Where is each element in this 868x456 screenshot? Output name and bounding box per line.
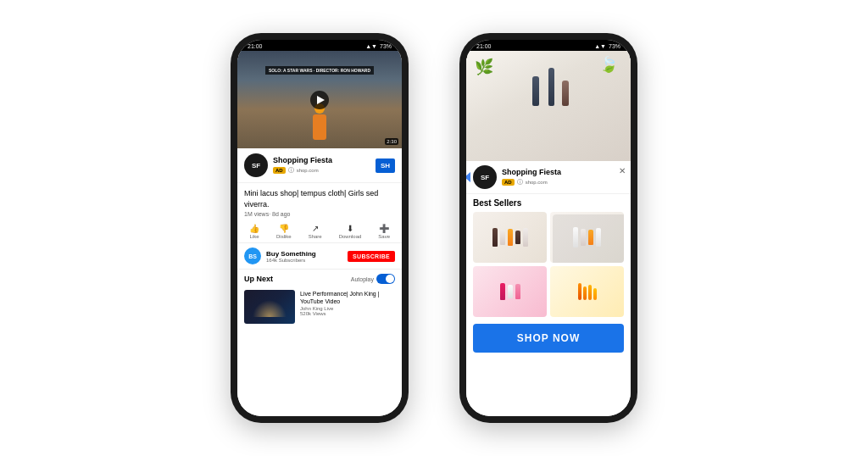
shopping-ad-card: SF Shopping Fiesta AD ⓘ shop.com ✕	[466, 161, 631, 194]
autoplay-container: Autoplay	[351, 274, 395, 284]
phone2-content: 🌿 🍃 SF Shopping Fiesta	[466, 51, 631, 416]
ad-info-icon-1: ⓘ	[288, 166, 294, 175]
save-label: Save	[378, 234, 390, 239]
channel-avatar: BS	[244, 247, 261, 264]
best-sellers-title: Best Sellers	[473, 198, 624, 208]
autoplay-label: Autoplay	[351, 276, 374, 282]
video-title: Mini lacus shop| tempus cloth| Girls sed…	[244, 188, 395, 209]
shop-now-button[interactable]: SHOP NOW	[473, 324, 624, 353]
up-next-label: Up Next	[244, 275, 273, 283]
brush-2	[583, 286, 587, 300]
bottle-dark-1	[492, 228, 498, 247]
status-right-1: ▲▼ 73%	[365, 43, 392, 49]
next-video-title: Live Performance| John King | YouTube Vi…	[300, 290, 395, 305]
next-video-item[interactable]: Live Performance| John King | YouTube Vi…	[237, 286, 402, 327]
status-signal-2: ▲▼	[594, 43, 606, 49]
arrow-left-icon	[466, 172, 470, 182]
brush-3	[588, 285, 592, 300]
phone-notch-1	[303, 40, 337, 47]
status-time-2: 21:00	[476, 43, 492, 49]
share-label: Share	[309, 234, 322, 239]
phone-2-screen: 21:00 ▲▼ 73% 🌿 🍃	[466, 40, 631, 416]
bottle-white-3	[508, 285, 513, 298]
hero-leaf-1: 🌿	[475, 58, 493, 76]
status-bar-1: 21:00 ▲▼ 73%	[237, 40, 402, 51]
bottle-cream-1	[500, 230, 505, 245]
brand-avatar-2: SF	[473, 165, 497, 189]
bottle-cream-3	[581, 229, 586, 246]
brush-4	[593, 288, 597, 300]
person-figure	[313, 114, 326, 140]
next-video-info: Live Performance| John King | YouTube Vi…	[300, 290, 395, 324]
skip-button-1[interactable]: SH	[376, 158, 395, 173]
phone-1-screen: 21:00 ▲▼ 73% SOLO: A STAR WARS · DIRECTO…	[237, 40, 402, 416]
product-grid	[473, 212, 624, 317]
video-description: Mini lacus shop| tempus cloth| Girls sed…	[237, 183, 402, 220]
play-icon	[317, 96, 325, 104]
status-battery-1: 73%	[380, 43, 392, 49]
brush-1	[578, 283, 581, 300]
bottle-white-2	[596, 228, 601, 247]
ad-badges-2: AD ⓘ shop.com	[502, 178, 624, 186]
product-bottles-2	[550, 212, 624, 263]
like-icon: 👍	[249, 224, 259, 233]
product-bottles-4	[550, 266, 624, 317]
ad-badge-1: AD	[273, 167, 286, 174]
ad-info-1: Shopping Fiesta AD ⓘ shop.com	[273, 156, 370, 175]
save-icon: ➕	[379, 224, 389, 233]
video-duration: 2:30	[385, 138, 398, 145]
hero-bottle-1	[532, 76, 539, 106]
product-cell-3[interactable]	[473, 266, 547, 317]
bottle-gold-2	[588, 230, 593, 245]
action-buttons: 👍 Like 👎 Dislike ↗ Share ⬇ Download	[237, 220, 402, 243]
phone1-content: SOLO: A STAR WARS · DIRECTOR: RON HOWARD…	[237, 51, 402, 416]
autoplay-toggle[interactable]	[376, 274, 395, 284]
channel-info: Buy Something 164k Subscribers	[266, 250, 342, 263]
product-cell-2[interactable]	[550, 212, 624, 263]
like-label: Like	[249, 234, 259, 239]
channel-name: Buy Something	[266, 250, 342, 258]
phone-1: 21:00 ▲▼ 73% SOLO: A STAR WARS · DIRECTO…	[231, 33, 409, 423]
status-battery-2: 73%	[609, 43, 620, 49]
bottle-white-1	[573, 227, 578, 247]
ad-info-icon-2: ⓘ	[517, 178, 523, 186]
play-button[interactable]	[310, 91, 329, 109]
ad-info-2: Shopping Fiesta AD ⓘ shop.com	[502, 168, 624, 186]
stage-lights	[253, 300, 287, 317]
ad-domain-2: shop.com	[526, 180, 548, 185]
video-thumbnail[interactable]: SOLO: A STAR WARS · DIRECTOR: RON HOWARD…	[237, 51, 402, 148]
status-signal-1: ▲▼	[365, 43, 377, 49]
ad-badge-2: AD	[502, 179, 515, 186]
product-hero-bg: 🌿 🍃	[466, 51, 631, 161]
product-cell-4[interactable]	[550, 266, 624, 317]
phone-notch-2	[531, 40, 565, 47]
phone-2: 21:00 ▲▼ 73% 🌿 🍃	[459, 33, 637, 423]
hero-leaf-2: 🍃	[599, 55, 618, 74]
up-next-header: Up Next Autoplay	[237, 270, 402, 286]
page-wrapper: 21:00 ▲▼ 73% SOLO: A STAR WARS · DIRECTO…	[0, 0, 868, 456]
toggle-knob	[386, 275, 394, 283]
hero-bottle-3	[562, 81, 569, 106]
hero-bottle-2	[548, 68, 554, 106]
share-icon: ↗	[312, 224, 319, 233]
ad-brand-name-1: Shopping Fiesta	[273, 156, 370, 165]
save-button[interactable]: ➕ Save	[378, 224, 390, 239]
brand-avatar-1: SF	[244, 153, 268, 177]
video-meta: 1M views· 8d ago	[244, 211, 395, 217]
dislike-button[interactable]: 👎 Dislike	[276, 224, 292, 239]
download-button[interactable]: ⬇ Download	[339, 224, 362, 239]
ad-domain-1: shop.com	[297, 168, 319, 173]
subscriber-count: 164k Subscribers	[266, 258, 342, 263]
product-cell-1[interactable]	[473, 212, 547, 263]
like-button[interactable]: 👍 Like	[249, 224, 259, 239]
share-button[interactable]: ↗ Share	[309, 224, 322, 239]
next-video-views: 520k Views	[300, 311, 395, 316]
product-bottles-1	[473, 212, 547, 263]
status-bar-2: 21:00 ▲▼ 73%	[466, 40, 631, 51]
download-icon: ⬇	[347, 224, 353, 233]
best-sellers-section: Best Sellers	[466, 194, 631, 320]
bottle-pink-2	[515, 284, 520, 299]
subscribe-button[interactable]: SUBSCRIBE	[348, 251, 395, 262]
download-label: Download	[339, 234, 362, 239]
close-button[interactable]: ✕	[619, 166, 626, 175]
